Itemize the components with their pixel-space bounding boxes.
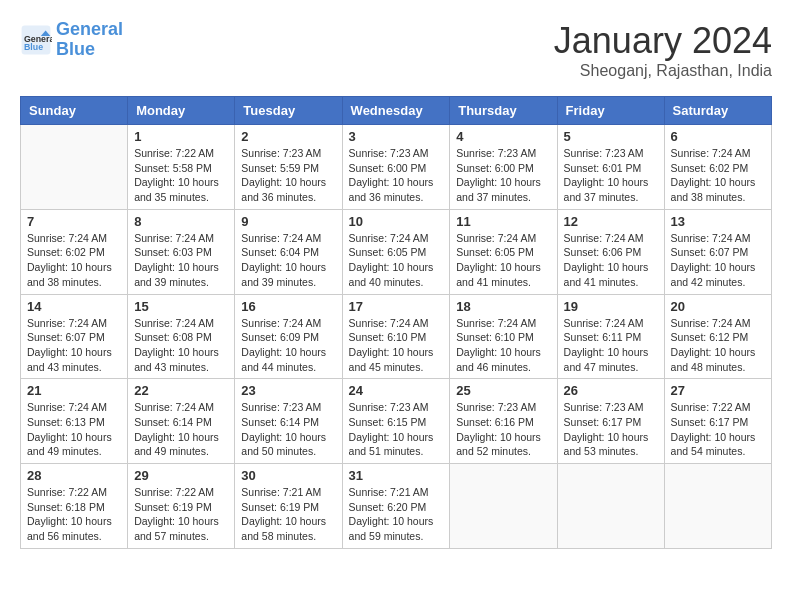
day-info: Sunrise: 7:23 AM Sunset: 6:16 PM Dayligh…	[456, 400, 550, 459]
day-info: Sunrise: 7:23 AM Sunset: 6:17 PM Dayligh…	[564, 400, 658, 459]
calendar-cell	[557, 464, 664, 549]
day-of-week-header: Tuesday	[235, 97, 342, 125]
calendar-cell: 6Sunrise: 7:24 AM Sunset: 6:02 PM Daylig…	[664, 125, 771, 210]
day-number: 21	[27, 383, 121, 398]
day-info: Sunrise: 7:22 AM Sunset: 6:18 PM Dayligh…	[27, 485, 121, 544]
calendar-week-row: 28Sunrise: 7:22 AM Sunset: 6:18 PM Dayli…	[21, 464, 772, 549]
page-header: General Blue GeneralBlue January 2024 Sh…	[20, 20, 772, 80]
calendar-cell: 1Sunrise: 7:22 AM Sunset: 5:58 PM Daylig…	[128, 125, 235, 210]
day-info: Sunrise: 7:24 AM Sunset: 6:06 PM Dayligh…	[564, 231, 658, 290]
day-info: Sunrise: 7:21 AM Sunset: 6:19 PM Dayligh…	[241, 485, 335, 544]
calendar-cell: 31Sunrise: 7:21 AM Sunset: 6:20 PM Dayli…	[342, 464, 450, 549]
day-number: 22	[134, 383, 228, 398]
day-number: 1	[134, 129, 228, 144]
day-number: 28	[27, 468, 121, 483]
day-info: Sunrise: 7:24 AM Sunset: 6:09 PM Dayligh…	[241, 316, 335, 375]
day-of-week-header: Sunday	[21, 97, 128, 125]
day-number: 2	[241, 129, 335, 144]
day-of-week-header: Thursday	[450, 97, 557, 125]
day-info: Sunrise: 7:22 AM Sunset: 6:17 PM Dayligh…	[671, 400, 765, 459]
calendar-cell: 16Sunrise: 7:24 AM Sunset: 6:09 PM Dayli…	[235, 294, 342, 379]
day-info: Sunrise: 7:23 AM Sunset: 6:00 PM Dayligh…	[349, 146, 444, 205]
calendar-week-row: 21Sunrise: 7:24 AM Sunset: 6:13 PM Dayli…	[21, 379, 772, 464]
day-info: Sunrise: 7:24 AM Sunset: 6:07 PM Dayligh…	[671, 231, 765, 290]
day-of-week-header: Friday	[557, 97, 664, 125]
calendar-cell: 8Sunrise: 7:24 AM Sunset: 6:03 PM Daylig…	[128, 209, 235, 294]
calendar-cell: 24Sunrise: 7:23 AM Sunset: 6:15 PM Dayli…	[342, 379, 450, 464]
day-number: 29	[134, 468, 228, 483]
day-info: Sunrise: 7:24 AM Sunset: 6:14 PM Dayligh…	[134, 400, 228, 459]
day-number: 23	[241, 383, 335, 398]
calendar-cell: 19Sunrise: 7:24 AM Sunset: 6:11 PM Dayli…	[557, 294, 664, 379]
calendar-cell: 14Sunrise: 7:24 AM Sunset: 6:07 PM Dayli…	[21, 294, 128, 379]
title-block: January 2024 Sheoganj, Rajasthan, India	[554, 20, 772, 80]
day-number: 20	[671, 299, 765, 314]
month-title: January 2024	[554, 20, 772, 62]
day-number: 15	[134, 299, 228, 314]
day-of-week-header: Wednesday	[342, 97, 450, 125]
day-info: Sunrise: 7:24 AM Sunset: 6:07 PM Dayligh…	[27, 316, 121, 375]
calendar-cell	[21, 125, 128, 210]
calendar-cell: 30Sunrise: 7:21 AM Sunset: 6:19 PM Dayli…	[235, 464, 342, 549]
day-of-week-header: Monday	[128, 97, 235, 125]
day-number: 10	[349, 214, 444, 229]
calendar-cell: 21Sunrise: 7:24 AM Sunset: 6:13 PM Dayli…	[21, 379, 128, 464]
calendar-cell: 22Sunrise: 7:24 AM Sunset: 6:14 PM Dayli…	[128, 379, 235, 464]
calendar-cell: 4Sunrise: 7:23 AM Sunset: 6:00 PM Daylig…	[450, 125, 557, 210]
calendar-cell: 2Sunrise: 7:23 AM Sunset: 5:59 PM Daylig…	[235, 125, 342, 210]
calendar-cell: 26Sunrise: 7:23 AM Sunset: 6:17 PM Dayli…	[557, 379, 664, 464]
day-info: Sunrise: 7:22 AM Sunset: 5:58 PM Dayligh…	[134, 146, 228, 205]
calendar-cell	[450, 464, 557, 549]
day-number: 19	[564, 299, 658, 314]
calendar-week-row: 1Sunrise: 7:22 AM Sunset: 5:58 PM Daylig…	[21, 125, 772, 210]
day-number: 11	[456, 214, 550, 229]
calendar-cell: 7Sunrise: 7:24 AM Sunset: 6:02 PM Daylig…	[21, 209, 128, 294]
calendar-cell: 29Sunrise: 7:22 AM Sunset: 6:19 PM Dayli…	[128, 464, 235, 549]
calendar-cell: 3Sunrise: 7:23 AM Sunset: 6:00 PM Daylig…	[342, 125, 450, 210]
day-info: Sunrise: 7:24 AM Sunset: 6:11 PM Dayligh…	[564, 316, 658, 375]
calendar-cell: 20Sunrise: 7:24 AM Sunset: 6:12 PM Dayli…	[664, 294, 771, 379]
day-number: 14	[27, 299, 121, 314]
day-number: 4	[456, 129, 550, 144]
day-number: 7	[27, 214, 121, 229]
day-number: 6	[671, 129, 765, 144]
day-info: Sunrise: 7:22 AM Sunset: 6:19 PM Dayligh…	[134, 485, 228, 544]
logo-icon: General Blue	[20, 24, 52, 56]
day-number: 12	[564, 214, 658, 229]
day-info: Sunrise: 7:21 AM Sunset: 6:20 PM Dayligh…	[349, 485, 444, 544]
day-number: 17	[349, 299, 444, 314]
day-number: 13	[671, 214, 765, 229]
day-info: Sunrise: 7:24 AM Sunset: 6:10 PM Dayligh…	[456, 316, 550, 375]
calendar-cell: 12Sunrise: 7:24 AM Sunset: 6:06 PM Dayli…	[557, 209, 664, 294]
calendar-cell: 23Sunrise: 7:23 AM Sunset: 6:14 PM Dayli…	[235, 379, 342, 464]
day-number: 24	[349, 383, 444, 398]
calendar-cell: 9Sunrise: 7:24 AM Sunset: 6:04 PM Daylig…	[235, 209, 342, 294]
day-number: 16	[241, 299, 335, 314]
day-number: 25	[456, 383, 550, 398]
day-number: 18	[456, 299, 550, 314]
calendar-table: SundayMondayTuesdayWednesdayThursdayFrid…	[20, 96, 772, 549]
calendar-week-row: 14Sunrise: 7:24 AM Sunset: 6:07 PM Dayli…	[21, 294, 772, 379]
day-of-week-header: Saturday	[664, 97, 771, 125]
day-number: 27	[671, 383, 765, 398]
day-number: 9	[241, 214, 335, 229]
day-info: Sunrise: 7:24 AM Sunset: 6:02 PM Dayligh…	[27, 231, 121, 290]
day-number: 3	[349, 129, 444, 144]
calendar-header-row: SundayMondayTuesdayWednesdayThursdayFrid…	[21, 97, 772, 125]
calendar-cell: 28Sunrise: 7:22 AM Sunset: 6:18 PM Dayli…	[21, 464, 128, 549]
calendar-cell: 25Sunrise: 7:23 AM Sunset: 6:16 PM Dayli…	[450, 379, 557, 464]
day-number: 26	[564, 383, 658, 398]
day-number: 31	[349, 468, 444, 483]
calendar-cell: 17Sunrise: 7:24 AM Sunset: 6:10 PM Dayli…	[342, 294, 450, 379]
day-info: Sunrise: 7:24 AM Sunset: 6:10 PM Dayligh…	[349, 316, 444, 375]
day-info: Sunrise: 7:23 AM Sunset: 6:00 PM Dayligh…	[456, 146, 550, 205]
day-number: 8	[134, 214, 228, 229]
day-number: 5	[564, 129, 658, 144]
calendar-cell: 18Sunrise: 7:24 AM Sunset: 6:10 PM Dayli…	[450, 294, 557, 379]
location: Sheoganj, Rajasthan, India	[554, 62, 772, 80]
day-info: Sunrise: 7:24 AM Sunset: 6:02 PM Dayligh…	[671, 146, 765, 205]
day-number: 30	[241, 468, 335, 483]
calendar-cell: 13Sunrise: 7:24 AM Sunset: 6:07 PM Dayli…	[664, 209, 771, 294]
day-info: Sunrise: 7:23 AM Sunset: 6:15 PM Dayligh…	[349, 400, 444, 459]
day-info: Sunrise: 7:24 AM Sunset: 6:03 PM Dayligh…	[134, 231, 228, 290]
